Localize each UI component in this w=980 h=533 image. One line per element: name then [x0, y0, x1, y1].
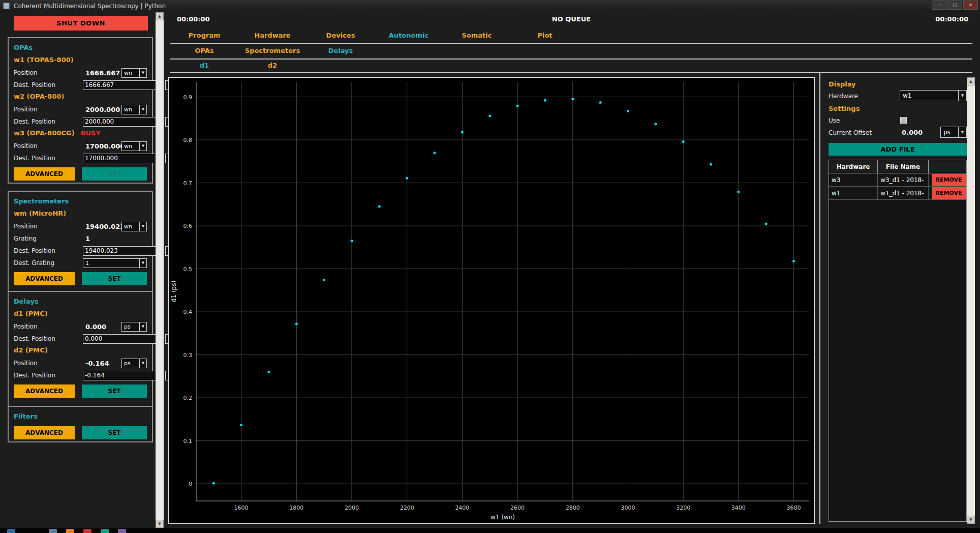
- tab-d1[interactable]: d1: [170, 62, 238, 72]
- tab-opas[interactable]: OPAs: [170, 47, 238, 57]
- filters-advanced-button[interactable]: ADVANCED: [14, 426, 75, 439]
- tab-autonomic[interactable]: Autonomic: [375, 32, 443, 42]
- delay-correction-plot[interactable]: 00.10.20.30.40.50.60.70.80.9160018002000…: [168, 77, 815, 524]
- remove-file-button[interactable]: REMOVE: [932, 187, 966, 199]
- d1-position-unit-dropdown[interactable]: ps▼: [121, 322, 147, 332]
- w2-position-unit-dropdown[interactable]: wn▼: [121, 105, 147, 114]
- spectrometers-set-button[interactable]: SET: [82, 272, 147, 285]
- file-table: Hardware File Name w3 w3_d1 - 2018- REMO…: [829, 160, 967, 522]
- d2-dest-input[interactable]: [83, 371, 163, 380]
- status-bar: 00:00:00 NO QUEUE 00:00:00: [170, 15, 972, 26]
- w3-position-row: Position 17000.000 wn▼: [9, 140, 152, 152]
- svg-text:1800: 1800: [289, 505, 303, 511]
- filters-group: Filters ADVANCED SET: [8, 406, 153, 442]
- opas-group: OPAs w1 (TOPAS-800) Position 1666.667 wn…: [8, 37, 153, 184]
- chevron-down-icon: ▼: [139, 259, 146, 268]
- hardware-sidebar: SHUT DOWN OPAs w1 (TOPAS-800) Position 1…: [0, 12, 156, 528]
- w2-position-row: Position 2000.000 wn▼: [9, 103, 152, 115]
- taskbar-app-icon[interactable]: [49, 529, 57, 533]
- w3-dest-input[interactable]: [83, 154, 163, 163]
- wm-dest-position-input[interactable]: [83, 246, 163, 256]
- wm-grating-value: 1: [83, 235, 147, 243]
- hardware-dropdown[interactable]: w1 ▼: [900, 90, 967, 101]
- taskbar-app-icon[interactable]: [83, 529, 91, 533]
- file-table-header: Hardware File Name: [829, 160, 966, 173]
- chevron-down-icon: ▼: [139, 69, 146, 77]
- tab-d2[interactable]: d2: [238, 62, 307, 72]
- scroll-up-icon[interactable]: ▲: [967, 77, 975, 85]
- scroll-up-icon[interactable]: ▲: [156, 12, 164, 20]
- delays-advanced-button[interactable]: ADVANCED: [14, 384, 75, 398]
- display-header: Display: [829, 80, 856, 88]
- tab-somatic[interactable]: Somatic: [443, 32, 511, 42]
- file-table-row: w3 w3_d1 - 2018- REMOVE: [829, 173, 966, 187]
- w1-position-unit-dropdown[interactable]: wn▼: [121, 68, 147, 78]
- opas-group-header: OPAs: [9, 42, 152, 54]
- spectrometers-group: Spectrometers wm (MicroHR) Position 1940…: [8, 191, 153, 300]
- add-file-button[interactable]: ADD FILE: [829, 143, 967, 156]
- tab-hardware[interactable]: Hardware: [238, 32, 307, 42]
- close-button[interactable]: ✕: [963, 1, 978, 10]
- taskbar-app-icon[interactable]: [118, 529, 126, 533]
- sidebar-scrollbar[interactable]: ▲ ▼: [156, 12, 164, 528]
- display-panel-scrollbar[interactable]: ▲ ▼: [967, 77, 975, 524]
- device-header-w2: w2 (OPA-800): [9, 91, 152, 103]
- wm-dest-position-row: Dest. Position wn▼: [9, 245, 152, 257]
- d1-dest-input[interactable]: [83, 334, 163, 344]
- taskbar[interactable]: [0, 528, 980, 533]
- tab-program[interactable]: Program: [170, 32, 238, 42]
- file-hardware: w3: [829, 173, 878, 186]
- w3-dest-row: Dest. Position wn▼: [9, 152, 152, 164]
- file-hardware: w1: [829, 187, 878, 199]
- use-label: Use: [829, 117, 840, 124]
- nav-divider-1: [170, 43, 972, 44]
- svg-text:0.7: 0.7: [183, 180, 193, 187]
- w2-dest-input[interactable]: [83, 117, 163, 127]
- svg-text:3600: 3600: [787, 505, 801, 511]
- minimize-button[interactable]: ─: [932, 1, 946, 10]
- wm-dest-grating-dropdown[interactable]: 1▼: [83, 258, 147, 268]
- w1-dest-row: Dest. Position wn▼: [9, 79, 152, 91]
- d2-position-unit-dropdown[interactable]: ps▼: [121, 359, 147, 368]
- w1-dest-input[interactable]: [83, 80, 163, 90]
- shutdown-button[interactable]: SHUT DOWN: [14, 16, 148, 31]
- start-button[interactable]: [7, 529, 15, 533]
- tab-spectrometers[interactable]: Spectrometers: [238, 47, 307, 57]
- wm-dest-grating-row: Dest. Grating 1▼: [9, 257, 152, 269]
- svg-text:0: 0: [189, 481, 192, 487]
- maximize-button[interactable]: ▢: [947, 1, 962, 10]
- delays-group-header: Delays: [9, 296, 152, 308]
- current-offset-value: 0.000: [902, 129, 923, 136]
- tab-devices[interactable]: Devices: [307, 32, 375, 42]
- offset-unit-dropdown[interactable]: ps ▼: [940, 127, 967, 138]
- remaining-timer: 00:00:00: [935, 15, 968, 23]
- app-window: Coherent Multidimensional Spectroscopy |…: [0, 0, 980, 533]
- remove-file-button[interactable]: REMOVE: [932, 174, 966, 186]
- svg-text:1600: 1600: [234, 505, 249, 511]
- d1-dest-row: Dest. Position ps▼: [9, 333, 152, 345]
- tab-plot[interactable]: Plot: [511, 32, 579, 42]
- wm-position-unit-dropdown[interactable]: wn▼: [121, 222, 147, 231]
- filters-group-header: Filters: [9, 411, 152, 423]
- opas-advanced-button[interactable]: ADVANCED: [14, 167, 75, 181]
- spectrometers-advanced-button[interactable]: ADVANCED: [14, 272, 75, 285]
- delays-set-button[interactable]: SET: [82, 384, 147, 398]
- nav-row-delays: d1 d2: [170, 62, 972, 72]
- w1-position-row: Position 1666.667 wn▼: [9, 67, 152, 79]
- chevron-down-icon: ▼: [958, 127, 966, 137]
- taskbar-app-icon[interactable]: [66, 529, 74, 533]
- opas-set-button[interactable]: SET: [82, 167, 147, 181]
- device-header-w1: w1 (TOPAS-800): [9, 54, 152, 67]
- tab-delays[interactable]: Delays: [307, 47, 375, 57]
- w3-position-unit-dropdown[interactable]: wn▼: [121, 141, 147, 151]
- taskbar-app-icon[interactable]: [101, 529, 109, 533]
- queue-status: NO QUEUE: [170, 15, 972, 23]
- nav-row-autonomic: OPAs Spectrometers Delays: [170, 47, 972, 57]
- filters-set-button[interactable]: SET: [82, 426, 147, 439]
- minimize-icon: ─: [938, 3, 940, 8]
- scroll-down-icon[interactable]: ▼: [967, 516, 975, 524]
- scroll-down-icon[interactable]: ▼: [156, 520, 164, 528]
- busy-badge: BUSY: [81, 129, 101, 137]
- use-checkbox[interactable]: [900, 117, 907, 124]
- current-offset-label: Current Offset: [829, 129, 872, 136]
